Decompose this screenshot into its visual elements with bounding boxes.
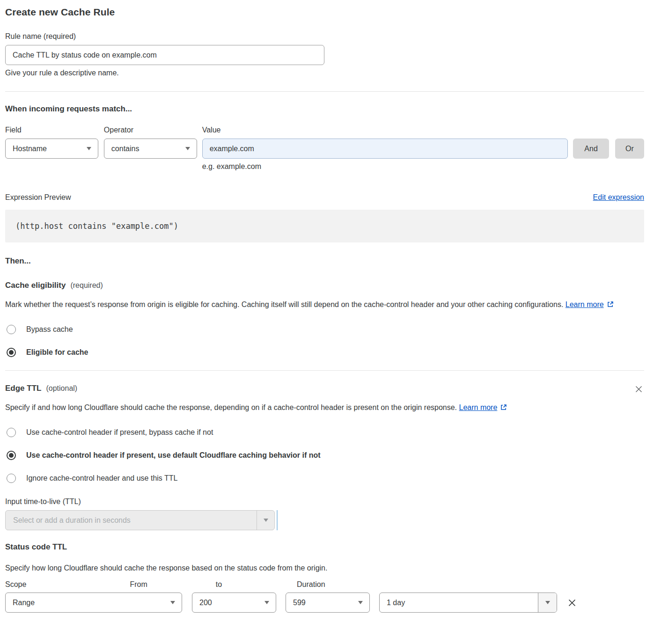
radio-unselected-icon[interactable] xyxy=(7,474,16,483)
chevron-down-icon xyxy=(545,601,550,604)
radio-option-ignore-header[interactable]: Ignore cache-control header and use this… xyxy=(5,474,644,483)
divider xyxy=(5,91,644,92)
radio-option-label: Bypass cache xyxy=(26,325,73,334)
ttl-input-label: Input time-to-live (TTL) xyxy=(5,498,644,506)
match-row: Field Hostname Operator contains Value e… xyxy=(5,126,644,171)
close-edge-ttl-button[interactable] xyxy=(633,384,644,395)
text-cursor xyxy=(277,510,278,530)
radio-unselected-icon[interactable] xyxy=(7,428,16,437)
match-heading: When incoming requests match... xyxy=(5,104,644,114)
edge-ttl-learn-more-link[interactable]: Learn more xyxy=(459,403,508,411)
radio-option-use-header-default[interactable]: Use cache-control header if present, use… xyxy=(5,451,644,460)
to-select-value: 599 xyxy=(293,599,306,607)
chevron-down-icon xyxy=(358,601,363,604)
status-code-ttl-description: Specify how long Cloudflare should cache… xyxy=(5,562,644,575)
chevron-down-icon xyxy=(264,601,269,604)
scope-select-value: Range xyxy=(13,599,35,607)
divider xyxy=(5,370,644,371)
field-select[interactable]: Hostname xyxy=(5,139,98,159)
radio-selected-icon[interactable] xyxy=(7,348,16,357)
status-code-ttl-heading: Status code TTL xyxy=(5,542,644,552)
chevron-down-icon xyxy=(170,601,175,604)
scope-label: Scope xyxy=(5,580,26,589)
value-label: Value xyxy=(202,126,568,134)
dropdown-button[interactable] xyxy=(538,593,557,612)
from-label: From xyxy=(130,580,147,589)
duration-select-value: 1 day xyxy=(380,599,538,607)
edge-ttl-heading: Edge TTL xyxy=(5,384,41,393)
edit-expression-link[interactable]: Edit expression xyxy=(593,193,644,202)
and-button[interactable]: And xyxy=(573,139,609,159)
required-tag: (required) xyxy=(70,281,103,290)
rule-name-input[interactable] xyxy=(5,45,324,65)
cache-eligibility-description: Mark whether the request’s response from… xyxy=(5,298,636,311)
cache-eligibility-section: Cache eligibility (required) Mark whethe… xyxy=(5,281,644,357)
status-code-ttl-section: Status code TTL Specify how long Cloudfl… xyxy=(5,542,644,613)
close-icon xyxy=(634,385,643,394)
scope-select[interactable]: Range xyxy=(5,593,182,613)
value-input[interactable] xyxy=(202,139,568,159)
operator-select-value: contains xyxy=(111,145,140,153)
external-link-icon xyxy=(500,403,507,411)
expression-code: (http.host contains "example.com") xyxy=(5,210,644,242)
radio-option-label: Use cache-control header if present, byp… xyxy=(26,428,213,437)
cache-eligibility-learn-more-link[interactable]: Learn more xyxy=(566,300,614,308)
value-helper: e.g. example.com xyxy=(202,162,568,171)
radio-option-bypass-cache[interactable]: Bypass cache xyxy=(5,325,644,334)
chevron-down-icon xyxy=(87,147,91,150)
duration-select[interactable]: 1 day xyxy=(379,593,557,613)
learn-more-label: Learn more xyxy=(459,403,498,411)
radio-unselected-icon[interactable] xyxy=(7,325,16,334)
cache-eligibility-heading: Cache eligibility xyxy=(5,281,66,290)
remove-icon xyxy=(567,598,577,608)
rule-name-helper: Give your rule a descriptive name. xyxy=(5,69,644,77)
radio-option-label: Use cache-control header if present, use… xyxy=(26,451,321,460)
rule-name-label: Rule name (required) xyxy=(5,32,644,41)
page-title: Create new Cache Rule xyxy=(5,7,644,18)
remove-status-code-ttl-button[interactable] xyxy=(566,597,578,609)
from-select-value: 200 xyxy=(199,599,212,607)
expression-preview-section: Expression Preview Edit expression (http… xyxy=(5,193,644,242)
dropdown-button[interactable] xyxy=(257,511,274,530)
radio-selected-icon[interactable] xyxy=(7,451,16,460)
status-code-ttl-labels: Scope From to Duration xyxy=(5,580,644,589)
chevron-down-icon xyxy=(185,147,190,150)
learn-more-label: Learn more xyxy=(566,300,604,308)
field-label: Field xyxy=(5,126,98,134)
chevron-down-icon xyxy=(264,519,268,522)
radio-option-label: Ignore cache-control header and use this… xyxy=(26,474,177,483)
ttl-duration-placeholder: Select or add a duration in seconds xyxy=(6,516,131,525)
edge-ttl-section: Edge TTL (optional) Specify if and how l… xyxy=(5,384,644,530)
cache-eligibility-description-text: Mark whether the request’s response from… xyxy=(5,300,563,308)
ttl-duration-select[interactable]: Select or add a duration in seconds xyxy=(5,510,275,530)
then-heading: Then... xyxy=(5,256,644,266)
from-select[interactable]: 200 xyxy=(192,593,276,613)
status-code-ttl-controls: Range 200 599 1 day xyxy=(5,593,644,613)
or-button[interactable]: Or xyxy=(615,139,644,159)
rule-name-group: Rule name (required) Give your rule a de… xyxy=(5,32,644,77)
to-select[interactable]: 599 xyxy=(286,593,370,613)
edge-ttl-description: Specify if and how long Cloudflare shoul… xyxy=(5,401,521,414)
ttl-input-group: Input time-to-live (TTL) Select or add a… xyxy=(5,498,644,530)
match-section: When incoming requests match... Field Ho… xyxy=(5,104,644,171)
radio-option-eligible-for-cache[interactable]: Eligible for cache xyxy=(5,348,644,357)
expression-preview-label: Expression Preview xyxy=(5,193,71,202)
to-label: to xyxy=(216,580,222,589)
edge-ttl-description-text: Specify if and how long Cloudflare shoul… xyxy=(5,403,457,411)
operator-label: Operator xyxy=(104,126,197,134)
radio-option-use-header-bypass[interactable]: Use cache-control header if present, byp… xyxy=(5,428,644,437)
create-cache-rule-form: Create new Cache Rule Rule name (require… xyxy=(0,0,661,613)
duration-label: Duration xyxy=(297,580,325,589)
optional-tag: (optional) xyxy=(46,384,77,393)
external-link-icon xyxy=(607,300,614,308)
field-select-value: Hostname xyxy=(13,145,47,153)
radio-option-label: Eligible for cache xyxy=(26,348,88,357)
operator-select[interactable]: contains xyxy=(104,139,197,159)
